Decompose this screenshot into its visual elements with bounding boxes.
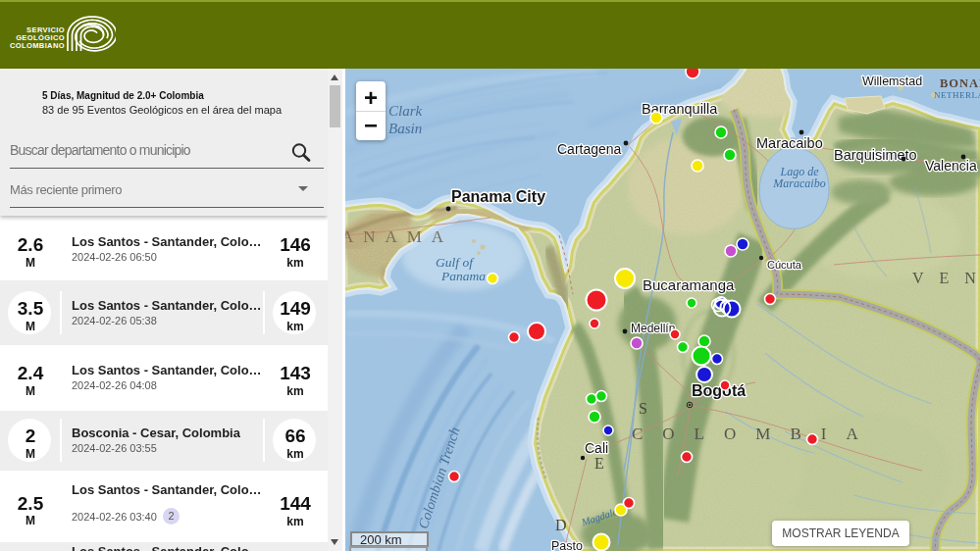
- svg-text:Cali: Cali: [585, 440, 608, 456]
- svg-text:VENE: VENE: [912, 270, 980, 286]
- svg-text:Maracaibo: Maracaibo: [772, 176, 825, 190]
- svg-text:Maracaibo: Maracaibo: [756, 135, 823, 151]
- svg-text:Cúcuta: Cúcuta: [767, 259, 802, 271]
- svg-text:Medellín: Medellín: [631, 322, 675, 335]
- svg-text:Bogotá: Bogotá: [692, 382, 746, 399]
- svg-text:Clark: Clark: [388, 103, 423, 119]
- svg-text:Valencia: Valencia: [925, 158, 977, 174]
- svg-text:E: E: [594, 455, 604, 472]
- svg-text:Willemstad: Willemstad: [862, 75, 922, 88]
- svg-text:PANAMA: PANAMA: [342, 227, 453, 246]
- svg-text:Bucaramanga: Bucaramanga: [643, 276, 735, 293]
- svg-text:COLOMBIA: COLOMBIA: [632, 425, 878, 443]
- svg-text:D: D: [555, 517, 567, 533]
- svg-text:Cartagena: Cartagena: [557, 141, 622, 157]
- svg-text:Panama: Panama: [440, 269, 486, 283]
- svg-text:BONAIR: BONAIR: [940, 76, 980, 90]
- svg-text:Gulf of: Gulf of: [436, 255, 475, 270]
- svg-text:Pasto: Pasto: [551, 539, 583, 551]
- svg-text:Panama City: Panama City: [451, 188, 545, 205]
- svg-text:NETHERLA: NETHERLA: [934, 90, 980, 100]
- svg-text:S: S: [639, 400, 647, 417]
- svg-text:Basin: Basin: [388, 121, 422, 136]
